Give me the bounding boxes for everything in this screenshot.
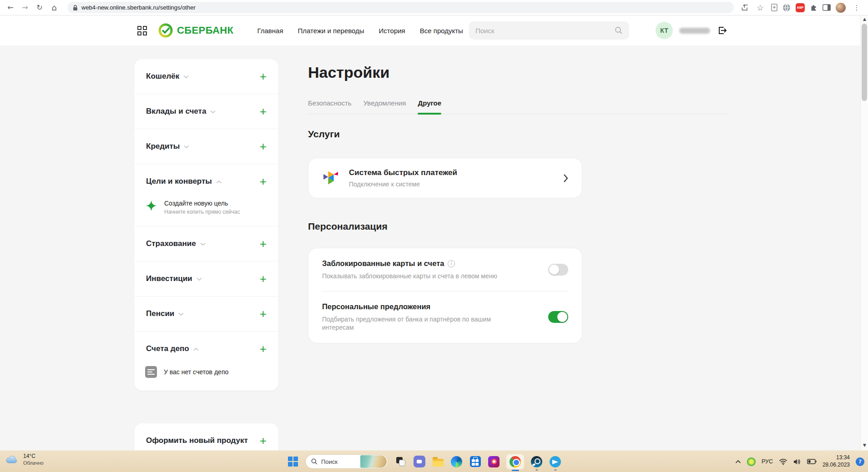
add-button[interactable]: + (260, 273, 267, 285)
battery-icon[interactable] (807, 459, 817, 464)
page-content: Кошелёк + Вклады и счета + Кредиты + Цел… (0, 45, 860, 450)
add-button[interactable]: + (260, 176, 267, 187)
browser-actions: ☆ ABP ⋮ (741, 2, 863, 14)
scroll-down-icon[interactable]: ▼ (861, 443, 868, 447)
microsoft-store-button[interactable] (469, 456, 481, 468)
sidebar-item-insurance[interactable]: Страхование + (134, 226, 278, 261)
add-button[interactable]: + (260, 70, 267, 82)
header-search[interactable] (469, 21, 629, 40)
sidebar-section-depo: Счета депо + У вас нет счетов депо (134, 331, 278, 391)
nav-item-history[interactable]: История (379, 27, 405, 35)
sidebar-item-wallet[interactable]: Кошелёк + (134, 59, 278, 94)
tab-other[interactable]: Другое (418, 99, 441, 107)
telegram-button[interactable] (549, 456, 561, 468)
browser-home-icon[interactable]: ⌂ (48, 2, 60, 14)
notification-badge[interactable]: 7 (856, 457, 864, 466)
user-name-redacted[interactable] (679, 28, 710, 34)
wifi-icon[interactable] (779, 458, 787, 465)
add-button[interactable]: + (260, 238, 267, 250)
search-icon (615, 26, 623, 35)
scrollbar[interactable]: ▲ ▼ (860, 15, 868, 450)
add-button[interactable]: + (260, 105, 267, 117)
sidebar-panel-icon[interactable] (823, 4, 831, 11)
sidebar-item-goals[interactable]: Цели и конверты + (134, 164, 278, 199)
add-button[interactable]: + (260, 343, 267, 355)
bookmark-star-icon[interactable]: ☆ (754, 2, 766, 14)
scroll-up-icon[interactable]: ▲ (861, 17, 868, 21)
browser-forward-icon[interactable]: → (19, 2, 31, 14)
tab-notifications[interactable]: Уведомления (363, 99, 406, 107)
brand-text: СБЕРБАНК (177, 25, 233, 36)
browser-back-icon[interactable]: ← (5, 2, 16, 14)
chat-icon (414, 456, 425, 467)
sbp-card[interactable]: Система быстрых платежей Подключение к с… (308, 158, 582, 198)
add-button[interactable]: + (260, 435, 267, 447)
sberbank-logo[interactable]: СБЕРБАНК (158, 23, 233, 38)
new-product-card: Оформить новый продукт + (134, 423, 278, 450)
save-page-icon[interactable] (771, 4, 777, 11)
weather-widget[interactable]: 14°C Облачно (5, 453, 44, 466)
windows-taskbar: 14°C Облачно Поиск (0, 450, 868, 472)
start-button[interactable] (287, 456, 299, 468)
personalization-heading: Персонализация (308, 221, 388, 232)
steam-icon (531, 456, 542, 467)
sidebar-item-label: Кошелёк (146, 72, 179, 81)
steam-button[interactable] (530, 456, 543, 468)
language-indicator[interactable]: РУС (762, 458, 773, 465)
chevron-down-icon (200, 242, 206, 246)
logout-icon[interactable] (717, 25, 728, 36)
edge-button[interactable] (450, 456, 463, 468)
globe-icon[interactable] (782, 4, 791, 12)
chrome-button-active[interactable] (506, 454, 524, 469)
apps-grid-icon[interactable] (137, 26, 147, 35)
add-button[interactable]: + (260, 141, 267, 152)
telegram-icon (550, 456, 561, 467)
chevron-down-icon (183, 75, 189, 79)
taskbar-search[interactable]: Поиск (305, 454, 388, 469)
tray-chevron-up-icon[interactable] (735, 460, 741, 464)
antivirus-tray-icon[interactable] (747, 457, 756, 466)
file-explorer-button[interactable] (432, 456, 444, 468)
goal-sparkle-icon (145, 200, 157, 212)
sidebar-item-label: Цели и конверты (146, 177, 212, 186)
share-icon[interactable] (741, 4, 749, 11)
browser-menu-icon[interactable]: ⋮ (851, 2, 863, 14)
volume-icon[interactable] (793, 458, 801, 465)
sidebar-item-pensions[interactable]: Пенсии + (134, 296, 278, 331)
chat-button[interactable] (413, 456, 425, 468)
personalization-card: Заблокированные карты и счета i Показыва… (308, 248, 582, 343)
sidebar-item-label: Пенсии (146, 309, 174, 318)
task-view-button[interactable] (394, 456, 407, 468)
sberbank-check-icon (158, 23, 173, 38)
browser-reload-icon[interactable]: ↻ (34, 2, 45, 14)
clock[interactable]: 13:34 28.06.2023 (823, 454, 850, 468)
search-input[interactable] (475, 27, 615, 35)
info-icon[interactable]: i (448, 260, 455, 267)
adblock-icon[interactable]: ABP (796, 3, 805, 12)
sidebar-item-deposits[interactable]: Вклады и счета + (134, 94, 278, 129)
setting-title: Персональные предложения (322, 302, 430, 311)
create-goal-item[interactable]: Создайте новую цель Начните копить прямо… (134, 199, 278, 226)
blocked-cards-toggle[interactable] (548, 264, 568, 276)
address-bar[interactable]: web4-new.online.sberbank.ru/settings/oth… (67, 2, 734, 13)
nav-item-products[interactable]: Все продукты (420, 27, 463, 35)
avatar[interactable]: КТ (656, 22, 673, 39)
sidebar-item-credits[interactable]: Кредиты + (134, 129, 278, 164)
nav-item-payments[interactable]: Платежи и переводы (298, 27, 364, 35)
extensions-puzzle-icon[interactable] (810, 4, 818, 11)
browser-toolbar: ← → ↻ ⌂ web4-new.online.sberbank.ru/sett… (0, 0, 868, 15)
scrollbar-thumb[interactable] (862, 24, 867, 101)
new-product-button[interactable]: Оформить новый продукт + (134, 423, 278, 450)
services-heading: Услуги (308, 129, 340, 140)
tab-security[interactable]: Безопасность (308, 99, 352, 107)
sidebar-item-depo[interactable]: Счета депо + (134, 331, 278, 366)
browser-profile-avatar[interactable] (836, 3, 846, 13)
taskbar-search-placeholder: Поиск (321, 458, 357, 465)
sidebar-section-goals: Цели и конверты + Создайте новую цель На… (134, 164, 278, 226)
sidebar-item-label: Вклады и счета (146, 107, 206, 116)
nav-item-home[interactable]: Главная (257, 27, 283, 35)
personal-offers-toggle[interactable] (548, 311, 568, 323)
sidebar-item-investments[interactable]: Инвестиции + (134, 261, 278, 296)
media-app-button[interactable] (488, 456, 500, 468)
add-button[interactable]: + (260, 308, 267, 320)
